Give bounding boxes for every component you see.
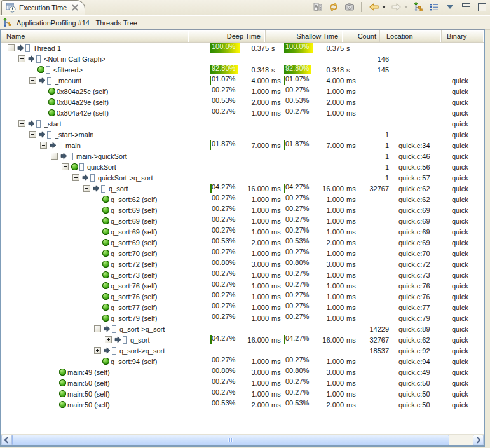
back-icon[interactable] xyxy=(368,1,379,13)
forward-icon[interactable] xyxy=(390,1,402,13)
method-icon xyxy=(37,66,46,73)
tree-row[interactable]: quickSort->q_sort 1 quick.c:57 quick xyxy=(1,172,484,183)
expander-minus-icon[interactable] xyxy=(72,174,79,181)
shallow-time-percent: 00.27% xyxy=(284,215,313,226)
column-header-location[interactable]: Location xyxy=(380,30,442,42)
tree-row[interactable]: main->quickSort 1 quick.c:46 quick xyxy=(1,151,484,161)
tree-row[interactable]: q_sort:73 (self) 00.27% 1.000 ms 00.27% … xyxy=(1,269,484,280)
function-bracket-icon xyxy=(101,185,105,193)
method-icon xyxy=(59,369,67,376)
tree-row[interactable]: q_sort:69 (self) 00.27% 1.000 ms 00.27% … xyxy=(1,205,484,215)
tree-mode-icon[interactable] xyxy=(412,1,424,13)
tree-row[interactable]: q_sort:76 (self) 00.27% 1.000 ms 00.27% … xyxy=(1,280,484,291)
maximize-icon[interactable] xyxy=(476,1,487,13)
expander-minus-icon[interactable] xyxy=(29,131,36,138)
tree-row[interactable]: 0x804a25c (self) 00.27% 1.000 ms 00.27% … xyxy=(1,86,484,97)
snapshot-icon[interactable] xyxy=(344,1,355,13)
tree-row[interactable]: q_sort:69 (self) 00.27% 1.000 ms 00.27% … xyxy=(1,226,484,237)
tree-row[interactable]: main:49 (self) 00.80% 3.000 ms 00.80% 3.… xyxy=(1,367,484,377)
back-menu-icon[interactable] xyxy=(382,6,386,8)
close-icon[interactable] xyxy=(72,4,78,11)
call-arrow-icon xyxy=(28,55,36,62)
binary-value: quick xyxy=(447,358,484,365)
expander-minus-icon[interactable] xyxy=(62,163,69,170)
tree-row[interactable]: q_sort 04.27% 16.000 ms 04.27% 16.000 ms… xyxy=(1,183,484,194)
tree-row[interactable]: q_sort:77 (self) 00.27% 1.000 ms 00.27% … xyxy=(1,302,484,313)
scrollbar-track[interactable] xyxy=(449,435,473,445)
forward-menu-icon[interactable] xyxy=(404,6,408,8)
deep-time-percent: 00.27% xyxy=(210,215,240,226)
expander-minus-icon[interactable] xyxy=(83,185,90,192)
expander-minus-icon[interactable] xyxy=(40,142,47,149)
profiling-monitor-icon[interactable] xyxy=(312,1,323,13)
row-name-cell: <filtered> xyxy=(1,66,210,74)
tree-row[interactable]: _start->main 1 quick xyxy=(1,129,484,140)
expander-minus-icon[interactable] xyxy=(18,120,25,127)
tree-row[interactable]: main:50 (self) 00.27% 1.000 ms 00.27% 1.… xyxy=(1,377,484,388)
shallow-time-value: 1.000 xyxy=(313,390,344,398)
tree-row[interactable]: q_sort 04.27% 16.000 ms 04.27% 16.000 ms… xyxy=(1,334,484,345)
scroll-right-button[interactable] xyxy=(473,435,484,445)
tree-row[interactable]: q_sort:79 (self) 00.27% 1.000 ms 00.27% … xyxy=(1,313,484,323)
row-name-cell: quickSort->q_sort xyxy=(1,174,210,182)
refresh-icon[interactable] xyxy=(328,1,339,13)
expander-minus-icon[interactable] xyxy=(51,153,58,160)
row-name-cell: 0x804a29e (self) xyxy=(1,98,210,106)
horizontal-scrollbar[interactable] xyxy=(1,434,484,445)
tree-row[interactable]: 0x804a42e (self) 00.27% 1.000 ms 00.27% … xyxy=(1,107,484,118)
tree-row[interactable]: quickSort 1 quick.c:56 quick xyxy=(1,161,484,172)
expander-plus-icon[interactable] xyxy=(94,347,101,354)
tree-row[interactable]: Thread 1 100.0% 0.375 s 100.0% 0.375 s xyxy=(1,43,484,53)
row-name-cell: q_sort:69 (self) xyxy=(1,217,210,225)
column-header-name[interactable]: Name xyxy=(1,30,189,42)
tree-row[interactable]: main:50 (self) 00.27% 1.000 ms 00.27% 1.… xyxy=(1,388,484,399)
tree-row[interactable]: q_sort:72 (self) 00.80% 3.000 ms 00.80% … xyxy=(1,259,484,269)
column-header-deep-time[interactable]: Deep Time xyxy=(189,30,266,42)
function-bracket-icon xyxy=(123,336,127,344)
location-value: quick.c:70 xyxy=(392,250,447,257)
method-icon xyxy=(48,98,57,105)
column-header-count[interactable]: Count xyxy=(343,30,380,42)
tree-row[interactable]: q_sort->q_sort 14229 quick.c:89 quick xyxy=(1,323,484,334)
expander-minus-icon[interactable] xyxy=(94,325,101,332)
deep-time-unit: ms xyxy=(269,185,284,193)
function-bracket-icon xyxy=(25,44,30,52)
tree-row[interactable]: <filtered> 92.80% 0.348 s 92.80% 0.348 s… xyxy=(1,64,484,75)
expander-minus-icon[interactable] xyxy=(8,44,15,51)
deep-time-percent: 00.27% xyxy=(210,86,240,97)
shallow-time-percent: 04.27% xyxy=(284,334,313,345)
tab-execution-time[interactable]: Execution Time xyxy=(1,0,85,15)
tree-row[interactable]: 0x804a29e (self) 00.53% 2.000 ms 00.53% … xyxy=(1,97,484,107)
tree-row[interactable]: <Not in Call Graph> 146 xyxy=(1,53,484,64)
tree-row[interactable]: q_sort:70 (self) 00.27% 1.000 ms 00.27% … xyxy=(1,248,484,259)
column-header-row: Name Deep Time Shallow Time Count Locati… xyxy=(1,30,484,43)
scrollbar-thumb[interactable] xyxy=(12,435,449,445)
tree-row[interactable]: main:50 (self) 00.53% 2.000 ms 00.53% 2.… xyxy=(1,399,484,410)
deep-time-unit: ms xyxy=(269,293,284,301)
deep-time-percent: 00.80% xyxy=(210,259,240,269)
binary-value: quick xyxy=(447,163,484,171)
tree-row[interactable]: q_sort:69 (self) 00.27% 1.000 ms 00.27% … xyxy=(1,215,484,226)
binary-value: quick xyxy=(447,217,484,225)
column-header-binary[interactable]: Binary xyxy=(442,30,484,42)
expander-minus-icon[interactable] xyxy=(18,55,25,62)
scroll-left-button[interactable] xyxy=(1,435,12,445)
view-menu-icon[interactable] xyxy=(444,1,456,13)
minimize-icon[interactable] xyxy=(460,1,472,13)
tree-row[interactable]: q_sort:94 (self) 00.27% 1.000 ms 00.27% … xyxy=(1,356,484,367)
tree-row[interactable]: main 01.87% 7.000 ms 01.87% 7.000 ms 1 q… xyxy=(1,140,484,151)
location-value: quick.c:46 xyxy=(392,153,447,160)
tree-row[interactable]: q_sort:69 (self) 00.53% 2.000 ms 00.53% … xyxy=(1,237,484,248)
list-mode-icon[interactable] xyxy=(428,1,440,13)
tree-row[interactable]: _mcount 01.07% 4.000 ms 01.07% 4.000 ms … xyxy=(1,75,484,86)
column-header-shallow-time[interactable]: Shallow Time xyxy=(266,30,343,42)
expander-minus-icon[interactable] xyxy=(29,77,36,84)
tree-row[interactable]: q_sort:62 (self) 00.27% 1.000 ms 00.27% … xyxy=(1,194,484,205)
tree-row[interactable]: _start quick xyxy=(1,118,484,129)
function-bracket-icon xyxy=(79,163,84,171)
call-arrow-icon xyxy=(93,185,101,192)
tree-row[interactable]: q_sort->q_sort 18537 quick.c:92 quick xyxy=(1,345,484,356)
shallow-time-unit: s xyxy=(344,66,359,74)
expander-plus-icon[interactable] xyxy=(105,336,112,343)
tree-row[interactable]: q_sort:76 (self) 00.27% 1.000 ms 00.27% … xyxy=(1,291,484,302)
